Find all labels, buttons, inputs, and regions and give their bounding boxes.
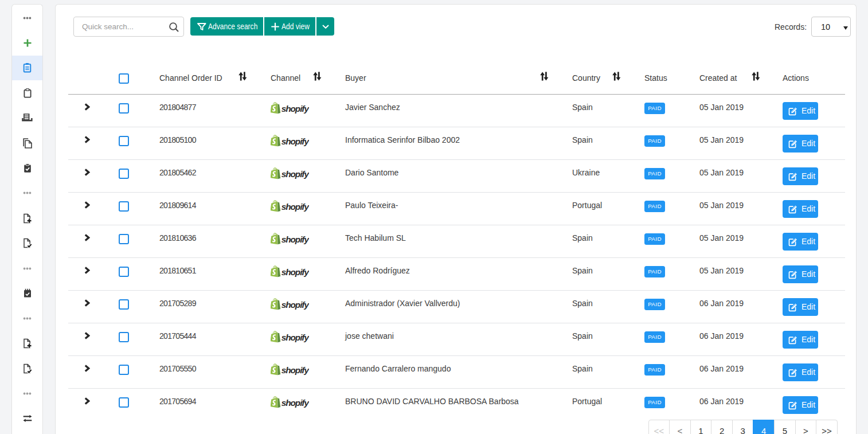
svg-text:shopify: shopify <box>281 202 309 212</box>
svg-text:shopify: shopify <box>281 365 309 375</box>
svg-text:shopify: shopify <box>281 300 309 310</box>
svg-text:shopify: shopify <box>281 333 309 342</box>
svg-text:shopify: shopify <box>281 104 309 114</box>
svg-text:shopify: shopify <box>281 267 309 277</box>
svg-text:shopify: shopify <box>281 136 309 146</box>
svg-text:shopify: shopify <box>281 169 309 179</box>
svg-text:shopify: shopify <box>281 234 309 244</box>
svg-text:shopify: shopify <box>281 398 309 408</box>
